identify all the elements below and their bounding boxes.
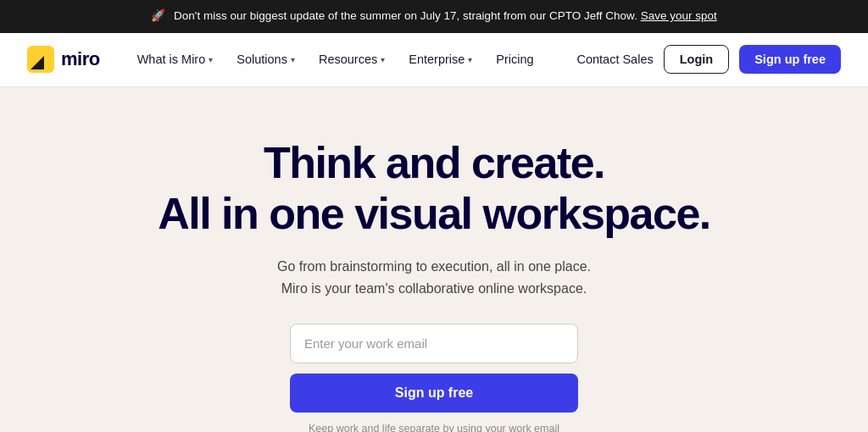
chevron-down-icon: ▾: [468, 55, 472, 64]
hero-section: Think and create. All in one visual work…: [0, 87, 868, 432]
nav-item-enterprise[interactable]: Enterprise ▾: [398, 46, 482, 73]
nav-item-resources[interactable]: Resources ▾: [309, 46, 395, 73]
signup-nav-button[interactable]: Sign up free: [739, 45, 841, 74]
hero-note: Keep work and life separate by using you…: [309, 423, 559, 432]
email-input[interactable]: [290, 324, 578, 363]
nav-links: What is Miro ▾ Solutions ▾ Resources ▾ E…: [127, 46, 577, 73]
chevron-down-icon: ▾: [209, 55, 213, 64]
announcement-bar: 🚀 Don't miss our biggest update of the s…: [0, 0, 868, 33]
contact-sales-link[interactable]: Contact Sales: [576, 53, 653, 66]
signup-hero-button[interactable]: Sign up free: [290, 374, 578, 413]
nav-item-pricing[interactable]: Pricing: [486, 46, 543, 73]
nav-item-solutions[interactable]: Solutions ▾: [226, 46, 305, 73]
logo-icon: [27, 46, 54, 73]
logo-link[interactable]: miro: [27, 46, 100, 73]
navbar: miro What is Miro ▾ Solutions ▾ Resource…: [0, 33, 868, 87]
login-button[interactable]: Login: [664, 45, 729, 74]
announcement-cta[interactable]: Save your spot: [641, 9, 717, 22]
nav-right: Contact Sales Login Sign up free: [576, 45, 841, 74]
hero-subtitle: Go from brainstorming to execution, all …: [277, 256, 591, 299]
email-input-wrapper: [290, 324, 578, 363]
chevron-down-icon: ▾: [381, 55, 385, 64]
chevron-down-icon: ▾: [291, 55, 295, 64]
nav-item-what-is-miro[interactable]: What is Miro ▾: [127, 46, 224, 73]
hero-title: Think and create. All in one visual work…: [158, 138, 710, 240]
logo-text: miro: [61, 48, 100, 70]
rocket-icon: 🚀: [151, 9, 165, 22]
announcement-text: Don't miss our biggest update of the sum…: [174, 9, 637, 22]
